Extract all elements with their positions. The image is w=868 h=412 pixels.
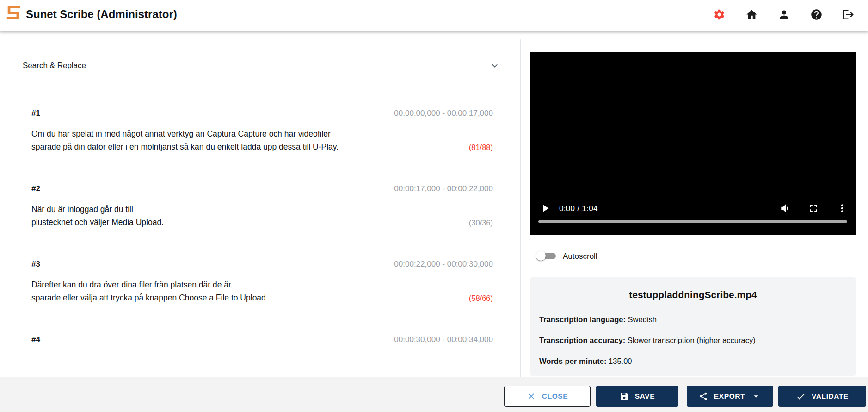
segment-row: #3 00:00:22,000 - 00:00:30,000 Därefter … xyxy=(31,260,493,320)
segment-timestamp: 00:00:22,000 - 00:00:30,000 xyxy=(394,260,493,269)
panel-divider xyxy=(520,39,521,378)
char-counter: (81/88) xyxy=(469,143,493,152)
segment-text-input[interactable]: Om du har spelat in med något annat verk… xyxy=(31,127,420,153)
segment-timestamp: 00:00:00,000 - 00:00:17,000 xyxy=(394,109,493,118)
char-counter: (30/36) xyxy=(469,218,493,227)
autoscroll-label: Autoscroll xyxy=(563,252,597,261)
info-row-accuracy: Transcription accuracy: Slower transcrip… xyxy=(539,336,756,345)
play-icon[interactable] xyxy=(539,202,551,214)
segment-row: #1 00:00:00,000 - 00:00:17,000 Om du har… xyxy=(31,109,493,169)
segment-timestamp: 00:00:17,000 - 00:00:22,000 xyxy=(394,184,493,194)
segment-number: #2 xyxy=(31,184,40,194)
save-button[interactable]: SAVE xyxy=(596,386,678,407)
share-icon xyxy=(699,392,708,401)
help-icon[interactable] xyxy=(810,8,823,21)
close-icon xyxy=(527,392,536,401)
file-info-card: testuppladdningScribe.mp4 Transcription … xyxy=(530,277,856,376)
profile-icon[interactable] xyxy=(778,8,790,21)
fullscreen-icon[interactable] xyxy=(807,202,819,214)
segment-number: #3 xyxy=(31,260,40,269)
toggle-thumb xyxy=(536,251,546,261)
info-row-wpm: Words per minute: 135.00 xyxy=(539,357,632,366)
segment-header: #3 00:00:22,000 - 00:00:30,000 xyxy=(31,260,493,269)
autoscroll-toggle[interactable] xyxy=(536,251,556,261)
video-progress-bar[interactable] xyxy=(538,220,847,223)
action-bar: CLOSE SAVE EXPORT VALIDATE xyxy=(0,377,868,412)
page-title: Sunet Scribe (Administrator) xyxy=(26,8,177,21)
segment-timestamp: 00:00:30,000 - 00:00:34,000 xyxy=(394,335,493,344)
segment-number: #4 xyxy=(31,335,40,344)
segment-header: #4 00:00:30,000 - 00:00:34,000 xyxy=(31,335,493,344)
check-icon xyxy=(796,392,806,401)
segment-header: #2 00:00:17,000 - 00:00:22,000 xyxy=(31,184,493,194)
segment-header: #1 00:00:00,000 - 00:00:17,000 xyxy=(31,109,493,118)
video-player[interactable]: 0:00 / 1:04 xyxy=(530,52,856,235)
file-name: testuppladdningScribe.mp4 xyxy=(530,289,856,300)
search-replace-accordion[interactable]: Search & Replace xyxy=(18,59,500,72)
settings-icon[interactable] xyxy=(713,8,726,21)
logout-icon[interactable] xyxy=(842,8,855,21)
segment-row: #4 00:00:30,000 - 00:00:34,000 xyxy=(31,335,493,372)
close-button[interactable]: CLOSE xyxy=(504,386,591,407)
chevron-down-icon[interactable] xyxy=(489,60,500,71)
app-header: Sunet Scribe (Administrator) xyxy=(0,0,868,31)
save-icon xyxy=(620,392,629,401)
home-icon[interactable] xyxy=(745,8,758,21)
sunet-scribe-app: Sunet Scribe (Administrator) Search & Re… xyxy=(0,0,868,412)
export-button[interactable]: EXPORT xyxy=(687,386,773,407)
volume-icon[interactable] xyxy=(780,202,792,214)
validate-button[interactable]: VALIDATE xyxy=(778,386,866,407)
sunet-logo-icon xyxy=(6,5,21,20)
more-options-icon[interactable] xyxy=(836,202,848,214)
segment-number: #1 xyxy=(31,109,40,118)
segment-text-input[interactable]: När du är inloggad går du till plusteckn… xyxy=(31,203,420,229)
info-row-language: Transcription language: Swedish xyxy=(539,315,657,324)
search-replace-label: Search & Replace xyxy=(23,61,86,70)
dropdown-arrow-icon xyxy=(751,391,761,401)
char-counter: (58/66) xyxy=(469,294,493,303)
segment-row: #2 00:00:17,000 - 00:00:22,000 När du är… xyxy=(31,184,493,244)
video-time-display: 0:00 / 1:04 xyxy=(559,204,598,213)
segment-text-input[interactable]: Därefter kan du dra över dina filer från… xyxy=(31,278,420,304)
